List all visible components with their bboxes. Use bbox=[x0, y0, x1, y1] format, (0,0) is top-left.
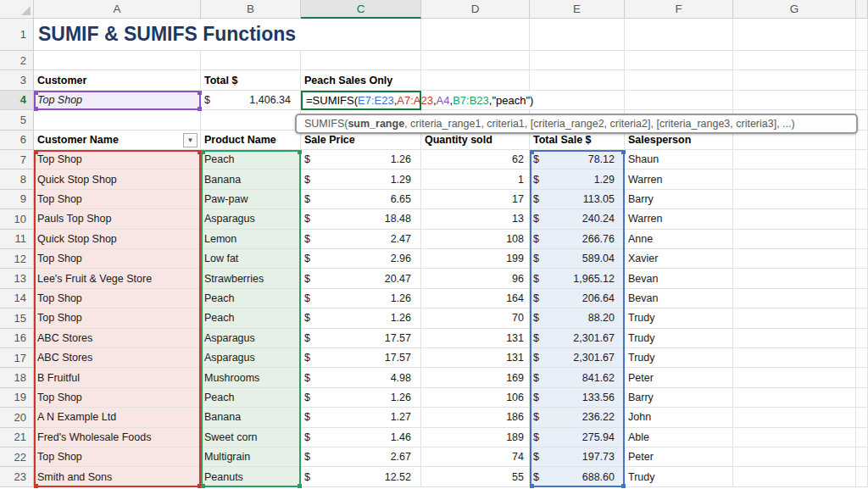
cell-D1[interactable] bbox=[421, 19, 530, 51]
cell-D23[interactable]: 55 bbox=[421, 467, 530, 486]
cell-A17[interactable]: ABC Stores bbox=[34, 348, 201, 368]
cell-F9[interactable]: Barry bbox=[625, 190, 733, 209]
cell-C14[interactable]: $1.26 bbox=[301, 289, 421, 308]
cell-E11[interactable]: $266.76 bbox=[530, 230, 625, 249]
cell-G2[interactable] bbox=[733, 51, 856, 70]
row-header-18[interactable]: 18 bbox=[0, 368, 34, 387]
cell-A7[interactable]: Top Shop bbox=[34, 150, 201, 169]
product-name-header[interactable]: Product Name bbox=[201, 131, 301, 150]
cell-A9[interactable]: Top Shop bbox=[34, 190, 201, 209]
row-header-19[interactable]: 19 bbox=[0, 388, 34, 408]
cell-H17[interactable] bbox=[856, 348, 868, 368]
cell-G16[interactable] bbox=[733, 329, 856, 348]
column-header-partial[interactable] bbox=[856, 0, 868, 19]
cell-G17[interactable] bbox=[733, 348, 856, 368]
row-header-2[interactable]: 2 bbox=[0, 51, 34, 70]
cell-C7[interactable]: $1.26 bbox=[301, 150, 421, 169]
cell-A19[interactable]: Top Shop bbox=[34, 388, 201, 408]
cell-G9[interactable] bbox=[733, 190, 856, 209]
cell-A23[interactable]: Smith and Sons bbox=[34, 467, 201, 486]
cell-D20[interactable]: 186 bbox=[421, 408, 530, 427]
cell-D3[interactable] bbox=[421, 70, 530, 90]
cell-B18[interactable]: Mushrooms bbox=[201, 368, 301, 387]
cell-B23[interactable]: Peanuts bbox=[201, 467, 301, 486]
cell-A8[interactable]: Quick Stop Shop bbox=[34, 169, 201, 189]
cell-E21[interactable]: $275.94 bbox=[530, 428, 625, 447]
cell-H10[interactable] bbox=[856, 209, 868, 229]
cell-G18[interactable] bbox=[733, 368, 856, 387]
cell-E13[interactable]: $1,965.12 bbox=[530, 269, 625, 288]
cell-F21[interactable]: Able bbox=[625, 428, 733, 447]
cell-G13[interactable] bbox=[733, 269, 856, 288]
row-header-13[interactable]: 13 bbox=[0, 269, 34, 288]
row-header-9[interactable]: 9 bbox=[0, 190, 34, 209]
cell-G22[interactable] bbox=[733, 447, 856, 467]
select-all-corner[interactable] bbox=[0, 0, 34, 19]
cell-D22[interactable]: 74 bbox=[421, 447, 530, 467]
column-header-C[interactable]: C bbox=[301, 0, 421, 19]
cell-G12[interactable] bbox=[733, 249, 856, 269]
row-header-10[interactable]: 10 bbox=[0, 209, 34, 229]
cell-A10[interactable]: Pauls Top Shop bbox=[34, 209, 201, 229]
cell-B7[interactable]: Peach bbox=[201, 150, 301, 169]
column-header-G[interactable]: G bbox=[733, 0, 856, 19]
cell-D18[interactable]: 169 bbox=[421, 368, 530, 387]
cell-C8[interactable]: $1.29 bbox=[301, 169, 421, 189]
cell-G21[interactable] bbox=[733, 428, 856, 447]
cell-E9[interactable]: $113.05 bbox=[530, 190, 625, 209]
cell-A21[interactable]: Fred's Wholesale Foods bbox=[34, 428, 201, 447]
cell-A20[interactable]: A N Example Ltd bbox=[34, 408, 201, 427]
cell-C13[interactable]: $20.47 bbox=[301, 269, 421, 288]
cell-A13[interactable]: Lee's Fruit & Vege Store bbox=[34, 269, 201, 288]
cell-H4[interactable] bbox=[856, 91, 868, 110]
cell-B16[interactable]: Asparagus bbox=[201, 329, 301, 348]
cell-D9[interactable]: 17 bbox=[421, 190, 530, 209]
cell-C16[interactable]: $17.57 bbox=[301, 329, 421, 348]
cell-F1[interactable] bbox=[625, 19, 733, 51]
cell-H11[interactable] bbox=[856, 230, 868, 249]
cell-A5[interactable] bbox=[34, 110, 201, 130]
cell-E23[interactable]: $688.60 bbox=[530, 467, 625, 486]
cell-D17[interactable]: 131 bbox=[421, 348, 530, 368]
cell-F10[interactable]: Warren bbox=[625, 209, 733, 229]
row-header-17[interactable]: 17 bbox=[0, 348, 34, 368]
cell-H9[interactable] bbox=[856, 190, 868, 209]
cell-F7[interactable]: Shaun bbox=[625, 150, 733, 169]
cell-F22[interactable]: Peter bbox=[625, 447, 733, 467]
cell-H8[interactable] bbox=[856, 169, 868, 189]
cell-A3[interactable]: Customer bbox=[34, 70, 201, 90]
cell-E2[interactable] bbox=[530, 51, 625, 70]
cell-G20[interactable] bbox=[733, 408, 856, 427]
cell-B20[interactable]: Banana bbox=[201, 408, 301, 427]
cell-G15[interactable] bbox=[733, 308, 856, 328]
cell-E1[interactable] bbox=[530, 19, 625, 51]
cell-H13[interactable] bbox=[856, 269, 868, 288]
row-header-11[interactable]: 11 bbox=[0, 230, 34, 249]
cell-A16[interactable]: ABC Stores bbox=[34, 329, 201, 348]
column-header-E[interactable]: E bbox=[530, 0, 625, 19]
cell-F17[interactable]: Trudy bbox=[625, 348, 733, 368]
row-header-6[interactable]: 6 bbox=[0, 131, 34, 150]
cell-H14[interactable] bbox=[856, 289, 868, 308]
column-header-B[interactable]: B bbox=[201, 0, 301, 19]
cell-B9[interactable]: Paw-paw bbox=[201, 190, 301, 209]
cell-D8[interactable]: 1 bbox=[421, 169, 530, 189]
column-header-A[interactable]: A bbox=[34, 0, 201, 19]
row-header-20[interactable]: 20 bbox=[0, 408, 34, 427]
cell-C20[interactable]: $1.27 bbox=[301, 408, 421, 427]
cell-A11[interactable]: Quick Stop Shop bbox=[34, 230, 201, 249]
cell-A15[interactable]: Top Shop bbox=[34, 308, 201, 328]
cell-B22[interactable]: Multigrain bbox=[201, 447, 301, 467]
cell-C10[interactable]: $18.48 bbox=[301, 209, 421, 229]
cell-E20[interactable]: $236.22 bbox=[530, 408, 625, 427]
cell-B14[interactable]: Peach bbox=[201, 289, 301, 308]
cell-C22[interactable]: $2.67 bbox=[301, 447, 421, 467]
cell-B4[interactable]: $1,406.34 bbox=[201, 91, 301, 110]
cell-A4[interactable]: Top Shop bbox=[34, 91, 201, 110]
cell-E19[interactable]: $133.56 bbox=[530, 388, 625, 408]
cell-A2[interactable] bbox=[34, 51, 201, 70]
cell-G4[interactable] bbox=[733, 91, 856, 110]
cell-H6[interactable] bbox=[856, 131, 868, 150]
cell-B5[interactable] bbox=[201, 110, 301, 130]
cell-H18[interactable] bbox=[856, 368, 868, 387]
